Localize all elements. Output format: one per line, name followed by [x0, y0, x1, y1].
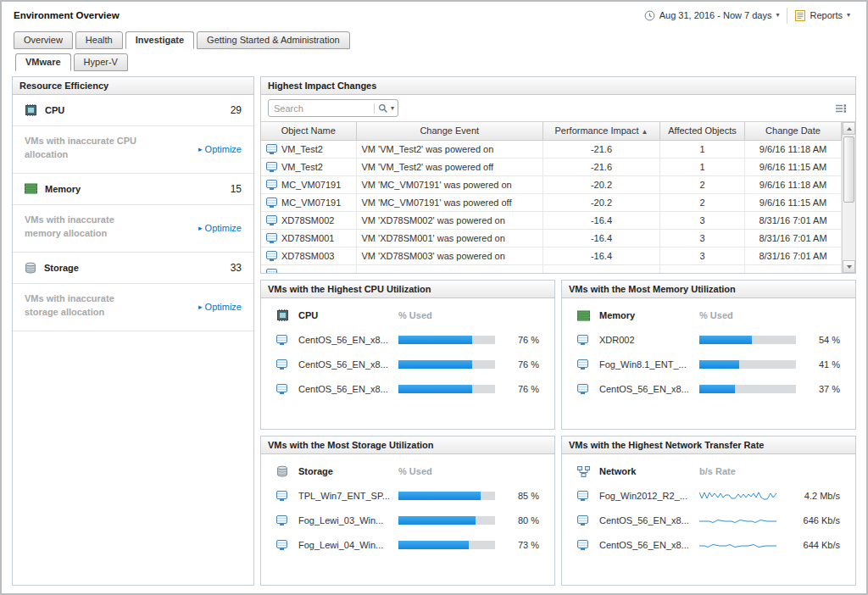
scrollbar-track[interactable] — [843, 204, 855, 260]
scrollbar-thumb[interactable] — [843, 136, 854, 203]
optimize-label: Optimize — [205, 302, 242, 312]
list-item[interactable]: CentOS_56_EN_x8... 37 % — [562, 376, 855, 401]
utilization-bar — [398, 541, 495, 549]
utilization-bar — [699, 336, 796, 344]
resource-row-cpu[interactable]: CPU 29 — [13, 95, 253, 126]
table-row[interactable]: XD78SM003 VM 'XD78SM003' was powered on … — [261, 247, 842, 264]
cpu-icon — [276, 309, 298, 321]
tab-hyper-v[interactable]: Hyper-V — [74, 53, 128, 71]
change-event: VM 'XD78SM001' was powered on — [356, 229, 543, 247]
column-header-change-date[interactable]: Change Date — [745, 122, 842, 140]
search-icon[interactable] — [378, 103, 388, 114]
vm-name: CentOS_56_EN_x8... — [298, 335, 398, 345]
performance-impact: -21.6 — [543, 140, 660, 158]
tab-getting-started-administration[interactable]: Getting Started & Administration — [197, 31, 350, 49]
arrow-right-icon: ▸ — [198, 145, 203, 153]
tab-overview[interactable]: Overview — [14, 31, 73, 49]
list-item[interactable]: Fog_Win2012_R2_... 4.2 Mb/s — [562, 483, 855, 508]
utilization-bar-fill — [398, 336, 472, 344]
report-icon — [795, 10, 805, 21]
list-item[interactable]: Fog_Win8.1_ENT_... 41 % — [562, 352, 855, 376]
table-header-row: Object Name Change Event Performance Imp… — [261, 122, 842, 140]
metric-label: Storage — [298, 466, 398, 476]
utilization-bar — [398, 516, 495, 525]
sub-tabs: VMware Hyper-V — [2, 53, 866, 71]
scroll-down-button[interactable] — [843, 260, 855, 273]
utilization-bar — [699, 360, 796, 369]
tab-investigate[interactable]: Investigate — [125, 31, 194, 49]
table-customizer-icon[interactable] — [833, 102, 849, 115]
arrow-right-icon: ▸ — [198, 224, 203, 232]
table-row[interactable]: VM_Test2 VM 'VM_Test2' was powered off -… — [261, 158, 842, 175]
affected-objects: 2 — [660, 193, 745, 211]
unit-label: b/s Rate — [699, 466, 787, 476]
table-row[interactable]: MC_VM07191 VM 'MC_VM07191' was powered o… — [261, 193, 842, 211]
vm-icon — [266, 180, 277, 188]
scroll-up-button[interactable] — [843, 122, 855, 135]
column-header-object-name[interactable]: Object Name — [261, 122, 356, 140]
list-item[interactable]: XDR002 54 % — [562, 327, 855, 352]
utilization-value: 80 % — [495, 515, 539, 525]
resource-row-storage[interactable]: Storage 33 — [13, 253, 253, 284]
table-row[interactable]: VM_Test2 VM 'VM_Test2' was powered on -2… — [261, 140, 842, 158]
chevron-down-icon: ▾ — [776, 12, 779, 19]
tab-health[interactable]: Health — [75, 31, 123, 49]
vm-icon — [266, 162, 277, 170]
change-date: 8/31/16 7:01 AM — [745, 211, 842, 229]
util-header: CPU % Used — [261, 298, 554, 327]
metric-count: 33 — [231, 262, 242, 274]
network-sparkline — [699, 514, 787, 526]
optimize-link-cpu[interactable]: ▸ Optimize — [198, 136, 242, 162]
search-input[interactable] — [274, 103, 374, 114]
environment-overview-window: Environment Overview Aug 31, 2016 - Now … — [0, 0, 868, 595]
metric-label: CPU — [298, 310, 398, 320]
list-item[interactable]: CentOS_56_EN_x8... 646 Kb/s — [562, 508, 855, 532]
transfer-rate-value: 644 Kb/s — [787, 540, 840, 550]
vm-icon — [577, 384, 588, 392]
metric-label: Storage — [44, 263, 79, 273]
table-row[interactable]: XD78SM002 VM 'XD78SM002' was powered on … — [261, 211, 842, 229]
resource-row-memory[interactable]: Memory 15 — [13, 174, 253, 205]
list-item[interactable]: CentOS_56_EN_x8... 76 % — [261, 327, 554, 352]
column-header-affected-objects[interactable]: Affected Objects — [660, 122, 745, 140]
reports-menu-button[interactable]: Reports ▾ — [787, 8, 858, 24]
vm-name: CentOS_56_EN_x8... — [599, 384, 699, 394]
utilization-bar-fill — [398, 360, 472, 369]
time-range-clock-icon — [644, 10, 655, 21]
vertical-scrollbar[interactable] — [842, 122, 855, 273]
change-event: VM 'VM_Test2' was powered on — [356, 140, 543, 158]
tab-vmware[interactable]: VMware — [15, 53, 71, 71]
optimize-label: Optimize — [205, 223, 242, 233]
list-item[interactable]: CentOS_56_EN_x8... 644 Kb/s — [562, 532, 855, 557]
panel-title: VMs with the Highest Network Transfer Ra… — [562, 437, 855, 454]
list-item[interactable]: CentOS_56_EN_x8... 76 % — [261, 376, 554, 401]
note-text: VMs with inaccurate memory allocation — [25, 214, 143, 241]
list-item[interactable]: TPL_Win7_ENT_SP... 85 % — [261, 483, 554, 508]
search-options-chevron-icon[interactable]: ▾ — [391, 105, 394, 112]
vm-name: Fog_Lewi_04_Win... — [298, 540, 398, 550]
object-name: VM_Test2 — [281, 144, 323, 154]
vm-icon — [266, 269, 277, 275]
table-row-partial[interactable] — [261, 264, 842, 274]
table-row[interactable]: XD78SM001 VM 'XD78SM001' was powered on … — [261, 229, 842, 247]
table-row[interactable]: MC_VM07191 VM 'MC_VM07191' was powered o… — [261, 175, 842, 193]
list-item[interactable]: CentOS_56_EN_x8... 76 % — [261, 352, 554, 376]
time-range-selector[interactable]: Aug 31, 2016 - Now 7 days ▾ — [637, 8, 787, 24]
search-controls[interactable]: ▾ — [374, 103, 394, 114]
object-name: XD78SM001 — [281, 233, 334, 243]
utilization-bar-fill — [398, 492, 481, 500]
column-header-change-event[interactable]: Change Event — [356, 122, 543, 140]
transfer-rate-value: 646 Kb/s — [787, 515, 840, 525]
affected-objects: 1 — [660, 140, 745, 158]
metric-label: CPU — [45, 105, 64, 115]
resource-note-cpu: VMs with inaccurate CPU allocation ▸ Opt… — [13, 126, 253, 174]
affected-objects: 2 — [660, 175, 745, 193]
column-header-performance-impact[interactable]: Performance Impact ▲ — [543, 122, 660, 140]
list-item[interactable]: Fog_Lewi_04_Win... 73 % — [261, 532, 554, 557]
highest-cpu-utilization-panel: VMs with the Highest CPU Utilization CPU… — [260, 280, 555, 430]
optimize-link-memory[interactable]: ▸ Optimize — [198, 215, 242, 241]
utilization-value: 37 % — [796, 384, 840, 394]
vm-name: XDR002 — [599, 335, 699, 345]
list-item[interactable]: Fog_Lewi_03_Win... 80 % — [261, 508, 554, 532]
optimize-link-storage[interactable]: ▸ Optimize — [198, 294, 242, 320]
